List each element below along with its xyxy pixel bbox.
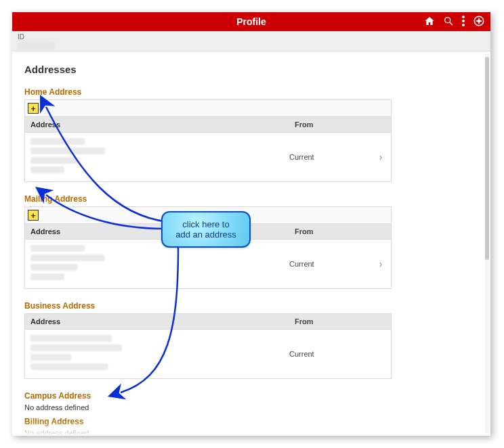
chevron-right-icon: › [371,259,391,269]
col-from: From [289,224,371,239]
header-icons [424,12,485,31]
section-title-billing: Billing Address [24,417,471,426]
add-mailing-address-button[interactable]: + [28,210,39,221]
svg-line-1 [450,22,453,25]
section-title-campus: Campus Address [24,391,471,401]
scroll-area: Addresses Home Address + Address From Cu… [12,51,490,436]
section-title-business: Business Address [24,301,471,311]
mailing-address-redacted [25,240,289,288]
business-from: Current [289,350,371,358]
search-icon[interactable] [443,16,454,28]
col-address: Address [25,117,289,132]
svg-point-0 [445,17,450,22]
add-home-address-button[interactable]: + [28,103,39,114]
section-title-mailing: Mailing Address [24,194,471,204]
campus-no-address: No address defined [24,403,471,411]
business-address-table: Address From Current [24,313,392,379]
svg-point-3 [462,20,465,22]
mailing-from: Current [289,260,371,268]
page-title-header: Profile [12,16,490,27]
chevron-right-icon: › [371,152,391,162]
id-bar: ID [12,31,490,51]
col-from: From [289,314,371,329]
compass-icon[interactable] [473,15,485,29]
col-address: Address [25,314,289,329]
app-header: Profile [12,12,490,31]
col-from: From [289,117,371,132]
home-address-row[interactable]: Current › [25,133,391,181]
business-address-row: Current [25,330,391,378]
billing-no-address: No address defined [24,429,471,436]
home-from: Current [289,153,371,161]
mailing-address-row[interactable]: Current › [25,240,391,288]
home-icon[interactable] [424,16,435,28]
id-label: ID [18,33,485,41]
app-window: Profile ID Addresses Home Address [12,12,490,436]
page-heading: Addresses [24,64,471,75]
svg-point-2 [462,16,465,18]
mailing-address-table: + Address From Current › [24,206,392,289]
id-value-redacted [18,41,55,49]
home-address-table: + Address From Current › [24,99,392,182]
col-address: Address [25,224,289,239]
section-title-home: Home Address [24,87,471,97]
scrollbar-thumb[interactable] [485,57,489,260]
svg-point-4 [462,24,465,26]
more-icon[interactable] [462,16,465,28]
business-address-redacted [25,330,289,378]
home-address-redacted [25,133,289,181]
